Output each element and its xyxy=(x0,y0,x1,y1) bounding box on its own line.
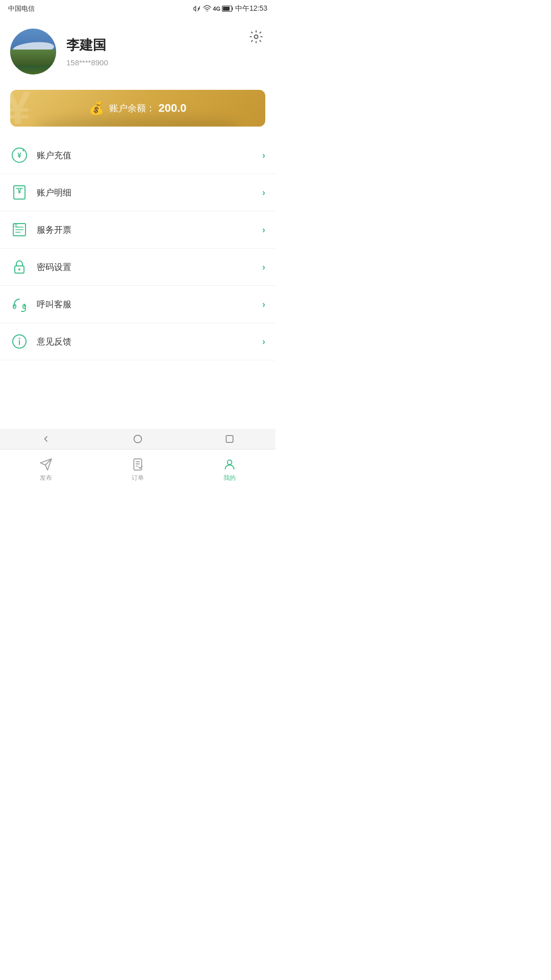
svg-point-17 xyxy=(18,268,20,271)
carrier-label: 中国电信 xyxy=(8,4,35,13)
balance-amount: 200.0 xyxy=(158,102,186,115)
info-icon xyxy=(10,332,29,351)
gear-icon xyxy=(249,30,263,46)
recharge-arrow: › xyxy=(262,150,265,161)
menu-item-service[interactable]: 呼叫客服 › xyxy=(0,286,276,323)
password-arrow: › xyxy=(262,262,265,273)
svg-rect-24 xyxy=(226,435,233,442)
svg-point-1 xyxy=(207,11,208,12)
svg-text:票: 票 xyxy=(14,223,18,228)
tab-bar: 发布 订单 我的 xyxy=(0,449,276,490)
svg-point-23 xyxy=(134,435,142,443)
lock-icon xyxy=(10,258,29,276)
svg-point-22 xyxy=(19,338,20,339)
settings-button[interactable] xyxy=(247,29,265,47)
detail-icon: ¥ xyxy=(10,183,29,202)
feedback-label: 意见反馈 xyxy=(37,336,262,348)
balance-label: 账户余额： xyxy=(109,102,155,114)
mute-icon xyxy=(193,5,202,13)
home-button[interactable] xyxy=(128,431,148,447)
profile-section: 李建国 158****8900 xyxy=(0,16,276,85)
battery-icon xyxy=(222,6,233,12)
avatar[interactable] xyxy=(10,29,56,75)
status-icons: 4G xyxy=(193,5,233,13)
mine-icon xyxy=(222,457,237,472)
time-label: 中午12:53 xyxy=(235,4,267,13)
publish-icon xyxy=(39,457,53,472)
feedback-arrow: › xyxy=(262,336,265,347)
svg-point-31 xyxy=(228,460,232,464)
status-right: 4G 中午12:53 xyxy=(193,4,267,13)
balance-card[interactable]: 💰 账户余额： 200.0 xyxy=(10,90,265,127)
invoice-label: 服务开票 xyxy=(37,224,262,236)
recharge-icon: ¥ + xyxy=(10,146,29,164)
service-label: 呼叫客服 xyxy=(37,299,262,310)
back-button[interactable] xyxy=(36,431,56,447)
menu-item-invoice[interactable]: 票 服务开票 › xyxy=(0,211,276,249)
tab-mine[interactable]: 我的 xyxy=(184,450,276,490)
service-arrow: › xyxy=(262,299,265,310)
menu-item-password[interactable]: 密码设置 › xyxy=(0,249,276,286)
tab-publish[interactable]: 发布 xyxy=(0,450,92,490)
recents-button[interactable] xyxy=(219,431,240,447)
password-label: 密码设置 xyxy=(37,261,262,273)
network-label: 4G xyxy=(213,6,220,12)
invoice-arrow: › xyxy=(262,225,265,235)
invoice-icon: 票 xyxy=(10,220,29,239)
svg-text:+: + xyxy=(22,148,25,153)
status-bar: 中国电信 4G 中午12:53 xyxy=(0,0,276,16)
wifi-icon xyxy=(203,5,211,13)
order-icon xyxy=(131,457,145,472)
menu-list: ¥ + 账户充值 › ¥ 账户明细 › 票 xyxy=(0,137,276,360)
recharge-label: 账户充值 xyxy=(37,150,262,161)
profile-info: 李建国 158****8900 xyxy=(66,36,265,67)
svg-point-4 xyxy=(255,35,258,39)
tab-order[interactable]: 订单 xyxy=(92,450,184,490)
detail-label: 账户明细 xyxy=(37,187,262,199)
menu-item-detail[interactable]: ¥ 账户明细 › xyxy=(0,174,276,211)
profile-phone: 158****8900 xyxy=(66,58,265,67)
menu-item-feedback[interactable]: 意见反馈 › xyxy=(0,323,276,360)
svg-text:¥: ¥ xyxy=(17,151,21,159)
order-tab-label: 订单 xyxy=(132,474,144,482)
publish-tab-label: 发布 xyxy=(40,474,52,482)
detail-arrow: › xyxy=(262,187,265,198)
nav-bar xyxy=(0,429,276,449)
headset-icon xyxy=(10,295,29,313)
mine-tab-label: 我的 xyxy=(223,474,236,482)
menu-item-recharge[interactable]: ¥ + 账户充值 › xyxy=(0,137,276,174)
profile-name: 李建国 xyxy=(66,36,265,54)
svg-rect-3 xyxy=(223,7,230,11)
money-bag-icon: 💰 xyxy=(89,101,104,115)
